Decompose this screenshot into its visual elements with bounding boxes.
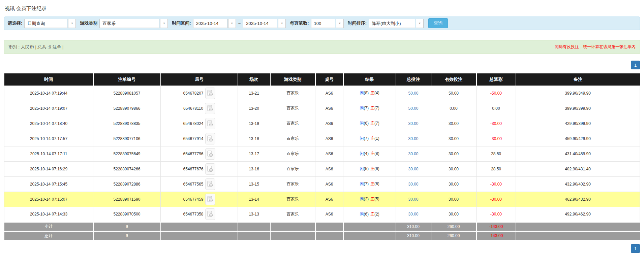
time-cell: 2025-10-14 07:14:33 xyxy=(4,207,93,222)
payout-cell: 28.50 xyxy=(477,146,516,161)
total-bet-link[interactable]: 30.00 xyxy=(408,152,418,156)
session-cell: 13-18 xyxy=(238,131,270,146)
video-record-icon[interactable] xyxy=(205,133,215,144)
date-to-select[interactable]: 2025-10-14 ▼ xyxy=(243,19,286,28)
time-cell: 2025-10-14 07:17:11 xyxy=(4,146,93,161)
valid-bet-cell: 30.00 xyxy=(431,176,477,192)
total-bet-link[interactable]: 50.00 xyxy=(408,91,418,96)
total-bet-cell: 30.00 xyxy=(396,176,431,192)
bet-records-table: 时间注单编号局号场次游戏类别桌号结果总投注有效投注总派彩备注 2025-10-1… xyxy=(4,73,640,240)
game-type-value: 百家乐 xyxy=(99,19,159,28)
column-header: 桌号 xyxy=(315,73,343,86)
result-banker: 庄 xyxy=(370,136,374,141)
round-no: 654677914 xyxy=(183,136,203,141)
video-record-icon[interactable] xyxy=(205,208,215,220)
date-from-select[interactable]: 2025-10-14 ▼ xyxy=(193,19,236,28)
game-type-cell: 百家乐 xyxy=(270,131,315,146)
total-bet-link[interactable]: 50.00 xyxy=(408,106,418,111)
time-cell: 2025-10-14 07:19:07 xyxy=(4,101,93,116)
session-cell: 13-15 xyxy=(238,176,270,192)
date-to-value: 2025-10-14 xyxy=(243,19,277,28)
game-type-select[interactable]: 百家乐 ▼ xyxy=(99,19,168,28)
total-bet-cell: 30.00 xyxy=(396,131,431,146)
video-record-icon[interactable] xyxy=(205,163,215,175)
table-no-cell: AS6 xyxy=(315,207,343,222)
bet-no-cell: 522889079866 xyxy=(93,101,161,116)
payout-cell: -50.00 xyxy=(477,86,516,101)
remark-cell: 399.90/399.90 xyxy=(516,101,640,116)
bet-no-cell: 522889077106 xyxy=(93,131,161,146)
result-banker: 庄 xyxy=(370,212,374,217)
video-record-icon[interactable] xyxy=(205,178,215,190)
total-bet-cell: 30.00 xyxy=(396,161,431,176)
column-header: 结果 xyxy=(343,73,396,86)
bet-no-cell: 522889070500 xyxy=(93,207,161,222)
total-bet-link[interactable]: 30.00 xyxy=(408,167,418,171)
total-bet-link[interactable]: 30.00 xyxy=(408,136,418,141)
result-banker: 庄 xyxy=(370,181,374,186)
round-no: 654677459 xyxy=(183,197,203,202)
result-cell: 闲(8)庄(4) xyxy=(343,86,396,101)
total-bet-cell: 50.00 xyxy=(396,101,431,116)
round-cell: 654677796 xyxy=(161,146,238,161)
time-cell: 2025-10-14 07:15:45 xyxy=(4,176,93,192)
time-cell: 2025-10-14 07:19:44 xyxy=(4,86,93,101)
column-header: 场次 xyxy=(238,73,270,86)
result-cell: 闲(7)庄(6) xyxy=(343,176,396,192)
column-header: 总派彩 xyxy=(477,73,516,86)
payout-cell: -30.00 xyxy=(477,131,516,146)
chevron-down-icon[interactable]: ▼ xyxy=(160,19,168,28)
total-bet-cell: 30.00 xyxy=(396,146,431,161)
payout-cell: -30.00 xyxy=(477,207,516,222)
remark-cell: 399.90/349.90 xyxy=(516,86,640,101)
table-no-cell: AS6 xyxy=(315,131,343,146)
chevron-down-icon[interactable]: ▼ xyxy=(336,19,344,28)
video-record-icon[interactable] xyxy=(205,194,215,205)
result-banker: 庄 xyxy=(370,106,374,110)
video-record-icon[interactable] xyxy=(205,148,215,160)
date-range-label: 时间区间: xyxy=(172,20,191,26)
summary-note: 同局有效投注，统一计算在该局第一张注单内 xyxy=(555,44,636,50)
page-size-select[interactable]: 100 ▼ xyxy=(311,19,344,28)
pagination-page-1[interactable]: 1 xyxy=(631,244,640,253)
result-cell: 闲(5)庄(6) xyxy=(343,161,396,176)
pagination-page-1[interactable]: 1 xyxy=(631,61,640,69)
round-no: 654677358 xyxy=(183,212,203,217)
chevron-down-icon[interactable]: ▼ xyxy=(278,19,286,28)
chevron-down-icon[interactable]: ▼ xyxy=(228,19,236,28)
sort-select[interactable]: 降幂(由大到小) ▼ xyxy=(369,19,424,28)
payout-cell: -30.00 xyxy=(477,176,516,192)
total-bet-cell: 30.00 xyxy=(396,207,431,222)
sort-value: 降幂(由大到小) xyxy=(369,19,415,28)
chevron-down-icon[interactable]: ▼ xyxy=(416,19,424,28)
table-row: 2025-10-14 07:16:29 522889074266 6546776… xyxy=(4,161,640,176)
video-record-icon[interactable] xyxy=(205,103,215,114)
total-bet-link[interactable]: 30.00 xyxy=(408,121,418,126)
session-cell: 13-13 xyxy=(238,207,270,222)
column-header: 总投注 xyxy=(396,73,431,86)
remark-cell: 432.90/402.90 xyxy=(516,176,640,192)
chevron-down-icon[interactable]: ▼ xyxy=(68,19,76,28)
summary-label: 总计 xyxy=(4,231,93,240)
result-banker: 庄 xyxy=(370,166,374,171)
date-from-value: 2025-10-14 xyxy=(193,19,227,28)
table-no-cell: AS6 xyxy=(315,192,343,207)
search-button[interactable]: 查询 xyxy=(428,18,448,28)
total-bet-link[interactable]: 30.00 xyxy=(408,212,418,217)
query-type-select[interactable]: 日期查询 ▼ xyxy=(24,19,76,28)
video-record-icon[interactable] xyxy=(205,118,215,129)
result-banker: 庄 xyxy=(370,151,374,156)
video-record-icon[interactable] xyxy=(205,88,215,99)
total-bet-link[interactable]: 30.00 xyxy=(408,182,418,187)
valid-bet-cell: 30.00 xyxy=(431,207,477,222)
table-no-cell: AS6 xyxy=(315,146,343,161)
round-cell: 654678024 xyxy=(161,116,238,131)
total-bet-link[interactable]: 30.00 xyxy=(408,197,418,202)
table-row: 2025-10-14 07:17:11 522889075649 6546777… xyxy=(4,146,640,161)
filter-bar: 请选择: 日期查询 ▼ 游戏类别 百家乐 ▼ 时间区间: 2025-10-14 … xyxy=(4,16,640,30)
summary-payout: -143.00 xyxy=(477,222,516,231)
valid-bet-cell: 30.00 xyxy=(431,161,477,176)
table-row: 2025-10-14 07:19:44 522889081057 6546782… xyxy=(4,86,640,101)
bet-no-cell: 522889081057 xyxy=(93,86,161,101)
table-no-cell: AS6 xyxy=(315,116,343,131)
